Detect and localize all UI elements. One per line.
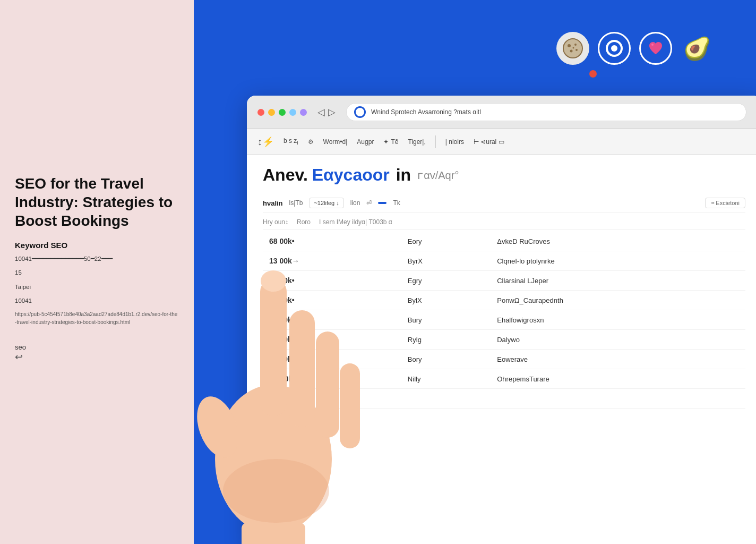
table-col-enter: ⏎	[366, 199, 372, 207]
sub-col-2: Roro	[297, 218, 311, 226]
svg-point-1	[568, 44, 571, 47]
cell-col3: ClqneI-lo ptolynrke	[491, 251, 745, 271]
toolbar-label-te: Tē	[391, 138, 398, 146]
table-row: 68 00k• Eory ΔvkeD RuCroves	[263, 232, 745, 251]
traffic-lights	[257, 109, 307, 116]
cell-col3: ΔvkeD RuCroves	[491, 232, 745, 251]
svg-point-10	[194, 391, 246, 464]
cell-col3: Eowerave	[491, 350, 745, 369]
filter-button[interactable]: ~12lifeg ↓	[309, 198, 343, 208]
table-row: 81 00k• Egry Cllarsinal LJeper	[263, 271, 745, 291]
svg-point-8	[651, 44, 654, 46]
sidebar-city: Taipei	[15, 282, 179, 292]
toolbar: ↕⚡ b s zι ⚙ Worm•d| Augpr ✦ Tē Tiger|,	[247, 129, 756, 155]
export-button[interactable]: ≈ Excietoni	[705, 198, 745, 208]
page-heading: Anev. Eαycaoor in ᴦαv/Αqr°	[263, 165, 745, 185]
cell-col2: Nilly	[401, 369, 491, 389]
toolbar-item-2[interactable]: b s zι	[284, 137, 298, 146]
toolbar-item-3[interactable]: ⚙	[308, 138, 314, 146]
toolbar-label-2: b s zι	[284, 137, 298, 146]
sidebar-tag: seo	[15, 343, 179, 351]
cell-col2: Bury	[401, 310, 491, 330]
content-area: Anev. Eαycaoor in ᴦαv/Αqr° hνalin ls|Tb …	[247, 155, 756, 544]
back-icon[interactable]: ◁	[317, 106, 325, 118]
cell-vol: 17 00k•	[263, 330, 401, 350]
browser-decoration-icons: 🥑	[556, 32, 714, 65]
toolbar-label-nloirs: | nloirs	[445, 138, 464, 146]
toolbar-item-augpr[interactable]: Augpr	[357, 138, 374, 146]
cell-col3: OhrepemsTurare	[491, 369, 745, 389]
cell-vol: 32 00k•	[263, 350, 401, 369]
toolbar-label-augpr: Augpr	[357, 138, 374, 146]
sidebar-meta-line1: 10041━━━━━━━━━━━━━━50━22━━━	[15, 254, 179, 264]
toolbar-item-tiger[interactable]: Tiger|,	[408, 138, 425, 146]
main-area: 🥑 ◁ ▷ Wnind Sprotech Avsarroning ?mats α…	[194, 0, 756, 544]
toolbar-divider	[435, 135, 436, 148]
table-col-invalid: hνalin	[263, 199, 283, 207]
cell-col2: Egry	[401, 271, 491, 291]
sidebar: SEO for the Travel Industry: Strategies …	[0, 0, 194, 544]
cell-col2: Rylg	[401, 330, 491, 350]
badge-col	[378, 202, 386, 204]
cell-col2: ByrX	[401, 251, 491, 271]
toolbar-item-1[interactable]: ↕⚡	[257, 136, 274, 148]
keyword-label: Keyword SEO	[15, 241, 179, 250]
cell-col3	[491, 389, 745, 409]
cell-col3: Dalywo	[491, 330, 745, 350]
cell-col2	[401, 389, 491, 409]
cell-col3: Ehalfowigrosxn	[491, 310, 745, 330]
table-header-controls: hνalin ls|Tb ~12lifeg ↓ lion ⏎ Tk ≈ Exci…	[263, 193, 745, 213]
svg-point-5	[573, 47, 574, 49]
svg-point-2	[574, 44, 577, 46]
table-row: 8F 00k•	[263, 389, 745, 409]
cell-vol: 80 00k•	[263, 291, 401, 310]
page-title: SEO for the Travel Industry: Strategies …	[15, 174, 179, 230]
svg-point-7	[611, 45, 617, 52]
traffic-light-green[interactable]	[279, 109, 286, 116]
heading-sub: ᴦαv/Αqr°	[417, 169, 459, 182]
toolbar-icon-te: ✦	[383, 138, 389, 146]
toolbar-label-tiger: Tiger|,	[408, 138, 425, 146]
icon-heart	[639, 32, 672, 65]
address-text: Wnind Sprotech Avsarroning ?mats αitl	[371, 108, 481, 116]
toolbar-item-nloirs[interactable]: | nloirs	[445, 138, 464, 146]
red-dot	[589, 70, 597, 78]
traffic-light-red[interactable]	[257, 109, 264, 116]
sidebar-meta-line2: 15	[15, 268, 179, 277]
table-row: 80 00k• BylX PonwΩ_Caurapednth	[263, 291, 745, 310]
forward-icon[interactable]: ▷	[328, 106, 336, 118]
toolbar-item-te[interactable]: ✦ Tē	[383, 138, 398, 146]
cell-vol: 13 00k→	[263, 251, 401, 271]
icon-cookie	[556, 32, 589, 65]
browser-chrome: ◁ ▷ Wnind Sprotech Avsarroning ?mats αit…	[247, 96, 756, 129]
table-row: 82 00k• Bury Ehalfowigrosxn	[263, 310, 745, 330]
table-row: 32 00k• Bory Eowerave	[263, 350, 745, 369]
toolbar-item-worm[interactable]: Worm•d|	[323, 138, 348, 146]
toolbar-label-ural: ⊢ ⊲ural ▭	[474, 138, 504, 146]
cell-col2: BylX	[401, 291, 491, 310]
cell-col2: Eory	[401, 232, 491, 251]
toolbar-label-worm: Worm•d|	[323, 138, 348, 146]
cell-vol: 82 00k•	[263, 310, 401, 330]
sub-col-3: I sem IMey ildyα| T003b α	[319, 218, 392, 226]
toolbar-icon-1: ↕⚡	[257, 136, 274, 148]
traffic-light-yellow[interactable]	[268, 109, 275, 116]
heading-part1: Anev.	[263, 165, 308, 185]
sidebar-tag-icon: ↩	[15, 351, 179, 363]
browser-window: ◁ ▷ Wnind Sprotech Avsarroning ?mats αit…	[247, 96, 756, 544]
svg-point-3	[570, 50, 573, 53]
icon-avocado: 🥑	[681, 32, 714, 65]
table-row: 13 00k→ ByrX ClqneI-lo ptolynrke	[263, 251, 745, 271]
sub-col-1: Hry oun↕	[263, 218, 288, 226]
toolbar-item-ural[interactable]: ⊢ ⊲ural ▭	[474, 138, 504, 146]
sidebar-url[interactable]: https://pub-5c454f571b8e40a3a2aad27ade84…	[15, 310, 179, 326]
cell-col3: Cllarsinal LJeper	[491, 271, 745, 291]
address-bar[interactable]: Wnind Sprotech Avsarroning ?mats αitl	[346, 103, 746, 121]
address-bar-icon	[354, 106, 366, 118]
cell-vol: S0 00k•	[263, 369, 401, 389]
heading-blue: Eαycaoor	[312, 165, 390, 185]
data-table: 68 00k• Eory ΔvkeD RuCroves 13 00k→ ByrX…	[263, 232, 745, 409]
icon-circle-blue	[598, 32, 631, 65]
cell-vol: 81 00k•	[263, 271, 401, 291]
heading-part2: in	[396, 165, 411, 185]
